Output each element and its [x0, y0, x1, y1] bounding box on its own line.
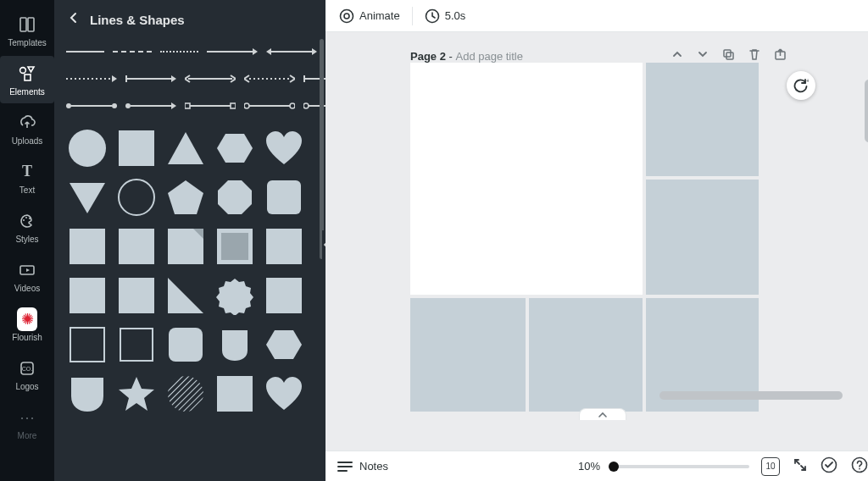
- topbar-separator: [412, 7, 413, 25]
- line-arrow-right[interactable]: [207, 46, 258, 58]
- page-title-input[interactable]: Add page title: [455, 50, 523, 63]
- page-down-button[interactable]: [697, 48, 709, 64]
- svg-marker-60: [168, 278, 203, 313]
- shape-square-folded[interactable]: [164, 225, 207, 268]
- shape-pentagon[interactable]: [164, 176, 207, 218]
- back-button[interactable]: [66, 12, 81, 27]
- shape-hexagon[interactable]: [214, 127, 256, 169]
- shape-square[interactable]: [115, 127, 158, 169]
- svg-rect-50: [267, 180, 301, 214]
- shape-circle-hatched[interactable]: [164, 373, 207, 415]
- zoom-thumb[interactable]: [609, 462, 619, 472]
- line-bar-solid[interactable]: [125, 73, 176, 85]
- shape-heart[interactable]: [263, 127, 305, 169]
- line-ring-ends[interactable]: [244, 100, 295, 112]
- line-solid[interactable]: [66, 46, 104, 58]
- rail-label: Flourish: [12, 333, 42, 342]
- rail-text[interactable]: T Text: [0, 154, 54, 202]
- regenerate-button[interactable]: +: [787, 71, 815, 100]
- shape-square-3[interactable]: [115, 225, 158, 268]
- line-arrow-both[interactable]: [266, 46, 317, 58]
- shape-star[interactable]: [115, 373, 158, 415]
- shape-square-8[interactable]: [214, 373, 256, 415]
- rail-logos[interactable]: CO. Logos: [0, 351, 54, 398]
- zoom-control: 10%: [578, 460, 749, 473]
- export-page-button[interactable]: [774, 48, 787, 64]
- page-thumb[interactable]: [646, 63, 759, 176]
- shape-square-inset[interactable]: [214, 225, 256, 268]
- notes-button[interactable]: Notes: [337, 460, 388, 473]
- shape-square-7[interactable]: [263, 274, 305, 317]
- shape-square-4[interactable]: [263, 225, 305, 268]
- duplicate-page-button[interactable]: [722, 48, 735, 64]
- svg-marker-66: [119, 377, 154, 411]
- page-thumb[interactable]: [410, 298, 526, 412]
- rail-more[interactable]: ⋯ More: [0, 400, 54, 447]
- svg-rect-59: [119, 278, 154, 313]
- svg-marker-49: [218, 180, 252, 214]
- delete-page-button[interactable]: [748, 48, 760, 64]
- svg-rect-52: [119, 229, 154, 264]
- line-dotted[interactable]: [160, 46, 198, 58]
- vertical-scrollbar[interactable]: [865, 80, 868, 142]
- rail-styles[interactable]: Styles: [0, 203, 54, 251]
- shape-octagon[interactable]: [214, 176, 256, 218]
- horizontal-scrollbar[interactable]: [659, 391, 843, 400]
- line-open-arrows[interactable]: [185, 73, 236, 85]
- page-up-button[interactable]: [671, 48, 683, 64]
- line-dashed[interactable]: [113, 46, 151, 58]
- line-square-ends[interactable]: [185, 100, 236, 112]
- svg-marker-48: [168, 180, 203, 214]
- shape-circle-outline[interactable]: [115, 176, 158, 218]
- svg-rect-1: [28, 18, 34, 31]
- shape-triangle[interactable]: [164, 127, 207, 169]
- page-thumb[interactable]: [529, 298, 643, 412]
- svg-rect-73: [724, 50, 731, 57]
- zoom-value[interactable]: 10%: [578, 460, 600, 473]
- current-page[interactable]: [410, 63, 643, 295]
- expand-timeline-button[interactable]: [579, 408, 626, 420]
- shape-rounded-square[interactable]: [263, 176, 305, 218]
- check-circle-icon: [821, 456, 837, 473]
- stage[interactable]: Page 2 - Add page title +: [326, 32, 868, 451]
- rail-videos[interactable]: Videos: [0, 252, 54, 300]
- elements-panel: Lines & Shapes: [54, 0, 326, 481]
- line-dotted-open-arrows[interactable]: [244, 73, 295, 85]
- shape-hexagon-2[interactable]: [263, 323, 305, 366]
- shape-square-outline-thick[interactable]: [115, 323, 158, 366]
- shape-rounded-square-2[interactable]: [164, 323, 207, 366]
- shape-heart-2[interactable]: [263, 373, 305, 415]
- check-button[interactable]: [821, 456, 837, 477]
- bottombar: Notes 10% 10: [326, 451, 868, 481]
- duration-button[interactable]: 5.0s: [425, 8, 466, 24]
- zoom-slider[interactable]: [609, 465, 749, 468]
- grid-view-button[interactable]: 10: [761, 457, 780, 476]
- fullscreen-button[interactable]: [793, 458, 807, 475]
- rail-templates[interactable]: Templates: [0, 7, 54, 54]
- shape-triangle-right[interactable]: [164, 274, 207, 317]
- panel-scrollbar[interactable]: [320, 39, 324, 259]
- styles-icon: [17, 211, 37, 231]
- shape-triangle-down[interactable]: [66, 176, 108, 218]
- rail-label: Text: [19, 185, 35, 195]
- shape-blob[interactable]: [214, 323, 256, 366]
- shape-square-6[interactable]: [115, 274, 158, 317]
- shape-square-5[interactable]: [66, 274, 108, 317]
- rail-elements[interactable]: Elements: [0, 56, 54, 103]
- svg-rect-43: [119, 130, 154, 166]
- rail-label: Logos: [15, 382, 38, 391]
- animate-button[interactable]: Animate: [339, 8, 400, 24]
- help-button[interactable]: [851, 456, 868, 477]
- line-dot-ends[interactable]: [66, 100, 117, 112]
- shape-square-outline-thin[interactable]: [66, 323, 108, 366]
- lines-group: [66, 39, 317, 122]
- shape-circle[interactable]: [66, 127, 108, 169]
- page-thumb[interactable]: [646, 180, 759, 295]
- line-dotted-arrow[interactable]: [66, 73, 117, 85]
- shape-square-2[interactable]: [66, 225, 108, 268]
- shape-seal[interactable]: [214, 274, 256, 317]
- shape-shield[interactable]: [66, 373, 108, 415]
- rail-uploads[interactable]: Uploads: [0, 105, 54, 152]
- line-dot-arrow[interactable]: [125, 100, 176, 112]
- rail-flourish[interactable]: ✺ Flourish: [0, 301, 54, 349]
